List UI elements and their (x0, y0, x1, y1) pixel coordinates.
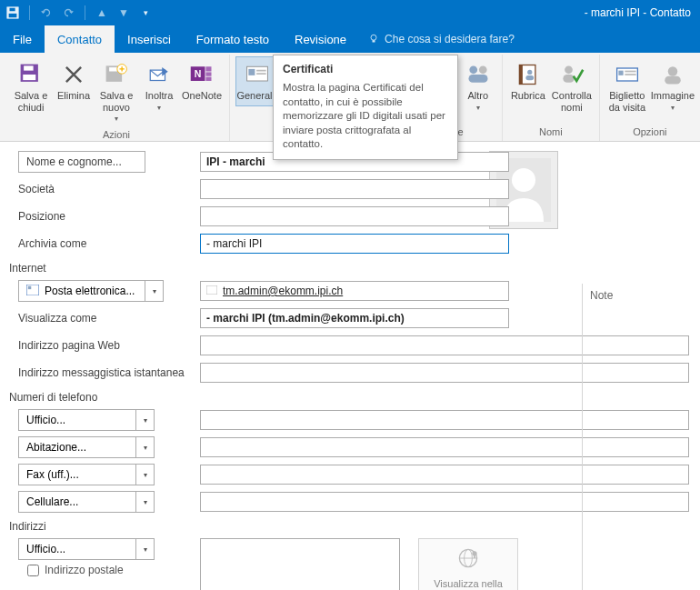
chevron-down-icon: ▾ (476, 104, 480, 112)
full-name-button[interactable]: Nome e cognome... (18, 151, 145, 173)
image-button[interactable]: Immagine ▾ (651, 56, 695, 116)
position-label: Posizione (18, 210, 200, 223)
redo-icon[interactable] (61, 5, 75, 20)
prev-icon[interactable]: ▲ (95, 5, 109, 20)
onenote-button[interactable]: N OneNote (180, 56, 224, 106)
svg-point-46 (668, 66, 678, 76)
tooltip-certificati: Certificati Mostra la pagina Certificati… (273, 55, 458, 160)
tab-revisione[interactable]: Revisione (282, 25, 359, 53)
note-panel: Note (582, 284, 700, 590)
tab-formato-testo[interactable]: Formato testo (184, 25, 282, 53)
check-names-icon (558, 61, 585, 88)
people-icon (465, 61, 492, 88)
business-card-button[interactable]: Biglietto da visita (605, 56, 649, 117)
save-new-button[interactable]: Salva e nuovo ▾ (95, 56, 138, 127)
svg-rect-16 (205, 77, 211, 81)
svg-rect-9 (109, 67, 117, 71)
svg-text:N: N (195, 68, 202, 79)
delete-icon (60, 61, 87, 88)
svg-rect-7 (23, 75, 35, 80)
company-input[interactable] (200, 179, 509, 199)
menubar: File Contatto Inserisci Formato testo Re… (0, 25, 700, 53)
email-type-button[interactable]: Posta elettronica... (18, 280, 145, 302)
web-label: Indirizzo pagina Web (18, 339, 200, 352)
forward-icon (145, 61, 173, 88)
display-as-label: Visualizza come (18, 312, 200, 325)
ribbon-group-label: Opzioni (605, 125, 695, 141)
svg-rect-41 (563, 75, 574, 83)
next-icon[interactable]: ▼ (116, 5, 131, 20)
svg-rect-52 (206, 285, 217, 295)
delete-button[interactable]: Elimina (55, 56, 93, 106)
phone-office-button[interactable]: Ufficio... (18, 409, 136, 431)
svg-rect-43 (618, 71, 623, 75)
biz-card-icon (614, 61, 641, 88)
svg-rect-20 (256, 73, 266, 75)
other-button[interactable]: Altro ▾ (460, 56, 496, 116)
small-card-icon (206, 285, 217, 297)
address-book-button[interactable]: Rubrica (508, 56, 548, 106)
chevron-down-icon: ▾ (157, 104, 161, 112)
svg-rect-37 (519, 65, 523, 85)
im-label: Indirizzo messaggistica istantanea (18, 366, 200, 379)
phone-home-caret[interactable]: ▾ (136, 436, 155, 458)
postal-address-label: Indirizzo postale (45, 564, 124, 576)
phone-mobile-caret[interactable]: ▾ (136, 491, 155, 513)
save-close-button[interactable]: Salva e chiudi (9, 56, 53, 117)
tab-inserisci[interactable]: Inserisci (115, 25, 184, 53)
book-icon (515, 61, 542, 88)
svg-rect-15 (205, 72, 211, 75)
check-names-button[interactable]: Controlla nomi (550, 56, 594, 117)
undo-icon[interactable] (39, 5, 54, 20)
address-type-button[interactable]: Ufficio... (18, 538, 136, 560)
onenote-icon: N (188, 61, 215, 88)
ribbon-group-nomi: Rubrica Controlla nomi Nomi (503, 55, 600, 141)
address-textarea[interactable] (200, 538, 400, 590)
display-as-input[interactable] (200, 308, 509, 328)
email-field-wrap[interactable]: tm.admin@ekomm.ipi.ch (200, 281, 509, 301)
section-internet: Internet (9, 262, 689, 275)
tooltip-title: Certificati (283, 63, 448, 75)
globe-icon (455, 545, 481, 573)
card-small-icon (26, 285, 39, 298)
svg-rect-14 (205, 66, 211, 71)
tell-me-search[interactable]: Che cosa si desidera fare? (368, 25, 515, 53)
svg-rect-45 (625, 74, 635, 75)
svg-rect-4 (373, 40, 375, 42)
svg-rect-39 (525, 75, 534, 80)
file-as-combo[interactable] (200, 234, 509, 254)
svg-rect-1 (10, 8, 15, 12)
phone-mobile-button[interactable]: Cellulare... (18, 491, 136, 513)
tab-contatto[interactable]: Contatto (45, 25, 115, 53)
ribbon-group-azioni: Salva e chiudi Elimina Salva e nuovo ▾ I… (4, 55, 230, 141)
chevron-down-icon: ▾ (115, 115, 118, 123)
picture-icon (659, 61, 686, 88)
phone-fax-button[interactable]: Fax (uff.)... (18, 464, 136, 485)
position-input[interactable] (200, 206, 509, 226)
tell-me-label: Che cosa si desidera fare? (385, 33, 515, 45)
bulb-icon (368, 33, 379, 46)
save-icon[interactable] (5, 5, 20, 20)
tab-file[interactable]: File (0, 25, 45, 53)
postal-address-checkbox[interactable] (27, 565, 39, 576)
phone-office-caret[interactable]: ▾ (136, 409, 155, 431)
svg-rect-18 (248, 69, 255, 75)
email-value: tm.admin@ekomm.ipi.ch (223, 285, 343, 297)
svg-rect-51 (28, 285, 31, 288)
qat-customize-icon[interactable]: ▾ (138, 5, 153, 20)
svg-point-38 (527, 70, 532, 75)
ribbon-group-label: Nomi (508, 125, 594, 141)
ribbon-group-opzioni: Biglietto da visita Immagine ▾ Opzioni (600, 55, 700, 141)
window-title: - marchi IPI - Contatto (153, 6, 695, 19)
tooltip-body: Mostra la pagina Certificati del contatt… (283, 81, 448, 152)
forward-button[interactable]: Inoltra ▾ (140, 56, 178, 116)
save-close-icon (17, 61, 45, 88)
phone-home-button[interactable]: Abitazione... (18, 436, 136, 458)
address-type-caret[interactable]: ▾ (136, 538, 155, 560)
titlebar: ▲ ▼ ▾ - marchi IPI - Contatto (0, 0, 700, 25)
svg-rect-57 (474, 555, 475, 559)
phone-fax-caret[interactable]: ▾ (136, 464, 155, 485)
save-new-icon (103, 61, 130, 88)
email-type-caret[interactable]: ▾ (145, 280, 164, 302)
view-map-button[interactable]: Visualizza nella mappa (418, 538, 518, 590)
